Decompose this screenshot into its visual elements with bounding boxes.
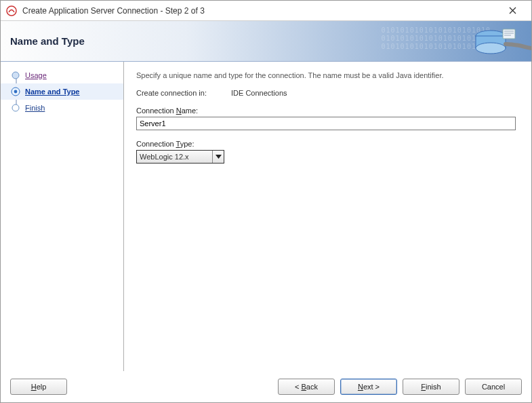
help-button[interactable]: Help [10,379,67,395]
step-link-finish[interactable]: Finish [25,104,45,112]
main-area: Usage Name and Type Finish Specify a uni… [1,62,531,371]
step-finish[interactable]: Finish [1,100,123,116]
window-title: Create Application Server Connection - S… [22,6,499,16]
create-in-value: IDE Connections [231,89,287,97]
step-current-icon [10,86,21,97]
connection-name-label: Connection Name: [136,107,519,115]
svg-point-3 [476,43,506,54]
connection-type-label: Connection Type: [136,140,519,148]
connection-type-value: WebLogic 12.x [140,153,189,161]
page-title: Name and Type [10,35,85,47]
connection-type-select[interactable]: WebLogic 12.x [136,150,224,164]
back-button[interactable]: < Back [278,379,335,395]
header-decoration: 01010101010101010101010 0101010101010101… [355,21,531,61]
step-link-name-and-type[interactable]: Name and Type [25,88,80,96]
svg-point-1 [476,31,506,41]
titlebar: Create Application Server Connection - S… [1,1,531,21]
app-icon [6,5,17,16]
svg-point-8 [12,72,19,79]
next-button[interactable]: Next > [340,379,397,395]
chevron-down-icon [212,151,224,163]
close-button[interactable] [499,1,526,20]
finish-button[interactable]: Finish [403,379,459,395]
create-in-label: Create connection in: [136,89,231,97]
svg-point-11 [12,104,19,111]
create-in-row: Create connection in: IDE Connections [136,89,519,97]
step-link-usage[interactable]: Usage [25,71,47,79]
wizard-header: Name and Type 01010101010101010101010 01… [1,21,531,62]
step-pending-icon [10,102,21,113]
step-usage[interactable]: Usage [1,67,123,83]
wizard-footer: Help < Back Next > Finish Cancel [1,371,531,402]
connection-name-input[interactable] [136,117,516,130]
svg-point-0 [7,6,16,16]
svg-rect-4 [503,29,515,39]
instruction-text: Specify a unique name and type for the c… [136,71,519,79]
wizard-steps-sidebar: Usage Name and Type Finish [1,62,124,371]
svg-rect-2 [476,36,506,48]
wizard-content: Specify a unique name and type for the c… [124,62,531,371]
step-done-icon [10,70,21,81]
step-name-and-type[interactable]: Name and Type [1,83,123,100]
cancel-button[interactable]: Cancel [465,379,522,395]
svg-point-10 [14,90,18,94]
